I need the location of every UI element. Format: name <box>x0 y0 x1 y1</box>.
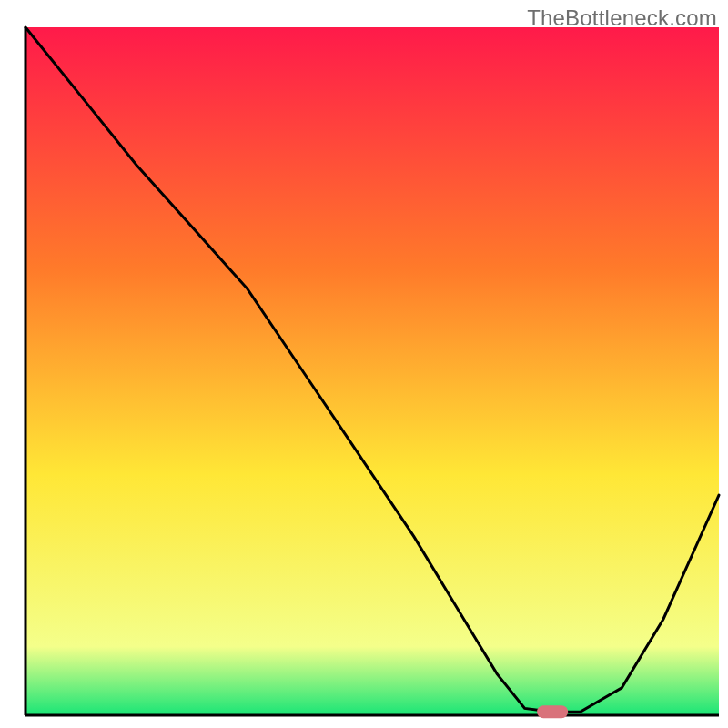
plot-background <box>25 27 719 715</box>
chart-svg <box>0 0 728 728</box>
chart-container: TheBottleneck.com <box>0 0 728 728</box>
marker <box>537 705 568 718</box>
watermark: TheBottleneck.com <box>527 5 717 31</box>
